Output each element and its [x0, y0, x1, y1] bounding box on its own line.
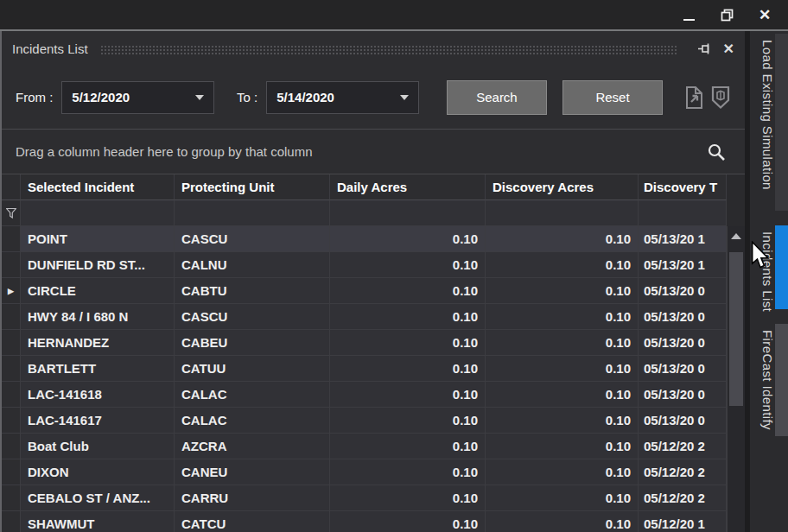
- cell-selected-incident: POINT: [21, 226, 175, 252]
- cell-protecting-unit: AZCRA: [175, 434, 330, 459]
- map-shield-icon[interactable]: [710, 86, 731, 110]
- search-button[interactable]: Search: [447, 80, 547, 115]
- cell-selected-incident: HWY 84 / I 680 N: [21, 304, 175, 330]
- cell-protecting-unit: CALAC: [175, 382, 330, 408]
- table-row[interactable]: BARTLETT CATUU 0.10 0.10 05/13/20 0: [2, 356, 727, 382]
- cell-discovery-time: 05/13/20 1: [639, 226, 727, 252]
- cell-discovery-time: 05/13/20 0: [639, 304, 727, 330]
- cell-discovery-acres: 0.10: [486, 408, 639, 434]
- scrollbar-up-button[interactable]: [728, 226, 745, 245]
- grid-header-row: Selected Incident Protecting Unit Daily …: [2, 174, 727, 200]
- row-indicator: [2, 434, 21, 459]
- cell-discovery-time: 05/12/20 2: [639, 459, 727, 485]
- table-row[interactable]: CEBALO ST / ANZ... CARRU 0.10 0.10 05/12…: [2, 485, 727, 511]
- cell-discovery-time: 05/13/20 0: [639, 278, 727, 304]
- cell-daily-acres: 0.10: [330, 408, 486, 434]
- group-by-bar[interactable]: Drag a column header here to group by th…: [2, 130, 745, 174]
- row-indicator: [2, 382, 21, 408]
- row-indicator: [2, 459, 21, 485]
- tab-incidents-list[interactable]: Incidents List: [750, 225, 788, 309]
- cell-daily-acres: 0.10: [330, 382, 486, 408]
- cell-daily-acres: 0.10: [330, 459, 486, 485]
- filter-cell[interactable]: [639, 200, 727, 226]
- cell-daily-acres: 0.10: [330, 485, 486, 511]
- minimize-button[interactable]: [674, 2, 703, 28]
- cell-discovery-acres: 0.10: [486, 434, 639, 459]
- cell-daily-acres: 0.10: [330, 226, 486, 252]
- row-indicator: [2, 356, 21, 382]
- table-row[interactable]: LAC-141618 CALAC 0.10 0.10 05/13/20 0: [2, 382, 727, 408]
- filter-cell[interactable]: [175, 200, 330, 226]
- row-indicator: [2, 252, 21, 278]
- cell-protecting-unit: CATCU: [175, 511, 330, 532]
- table-row[interactable]: HERNANDEZ CABEU 0.10 0.10 05/13/20 0: [2, 330, 727, 356]
- panel-header: Incidents List ✕: [2, 31, 745, 66]
- from-label: From :: [16, 90, 53, 104]
- search-icon[interactable]: [707, 142, 726, 162]
- tab-firecast-identify[interactable]: FireCast Identify: [750, 324, 788, 436]
- cell-discovery-acres: 0.10: [486, 485, 639, 511]
- cell-protecting-unit: CALNU: [175, 252, 330, 278]
- restore-icon: [721, 9, 734, 22]
- cell-selected-incident: Boat Club: [21, 434, 175, 459]
- cell-discovery-acres: 0.10: [486, 252, 639, 278]
- export-simulation-icon[interactable]: [683, 86, 704, 110]
- cell-daily-acres: 0.10: [330, 252, 486, 278]
- filter-cell[interactable]: [486, 200, 639, 226]
- cell-selected-incident: HERNANDEZ: [21, 330, 175, 356]
- filter-cell[interactable]: [21, 200, 175, 226]
- cell-discovery-acres: 0.10: [486, 278, 639, 304]
- reset-button[interactable]: Reset: [562, 80, 663, 115]
- minimize-icon: [683, 19, 695, 21]
- row-indicator: ▶: [2, 278, 21, 304]
- chevron-down-icon: [195, 95, 204, 100]
- to-date-combo[interactable]: 5/14/2020: [266, 81, 419, 114]
- table-row[interactable]: POINT CASCU 0.10 0.10 05/13/20 1: [2, 226, 727, 252]
- table-row[interactable]: HWY 84 / I 680 N CASCU 0.10 0.10 05/13/2…: [2, 304, 727, 330]
- row-indicator: [2, 408, 21, 434]
- cell-protecting-unit: CASCU: [175, 304, 330, 330]
- cell-selected-incident: DUNFIELD RD ST...: [21, 252, 175, 278]
- table-row[interactable]: LAC-141617 CALAC 0.10 0.10 05/13/20 0: [2, 408, 727, 434]
- cell-protecting-unit: CATUU: [175, 356, 330, 382]
- panel-close-icon[interactable]: ✕: [723, 41, 734, 57]
- table-row[interactable]: Boat Club AZCRA 0.10 0.10 05/12/20 2: [2, 434, 727, 459]
- cell-discovery-acres: 0.10: [486, 459, 639, 485]
- filter-cell[interactable]: [330, 200, 486, 226]
- grid-rows: POINT CASCU 0.10 0.10 05/13/20 1 DUNFIEL…: [2, 226, 727, 532]
- cell-protecting-unit: CABTU: [175, 278, 330, 304]
- table-row[interactable]: ▶ CIRCLE CABTU 0.10 0.10 05/13/20 0: [2, 278, 727, 304]
- restore-button[interactable]: [712, 2, 741, 28]
- tab-load-existing-simulation[interactable]: Load Existing Simulation: [750, 34, 788, 211]
- table-row[interactable]: DUNFIELD RD ST... CALNU 0.10 0.10 05/13/…: [2, 252, 727, 278]
- vertical-scrollbar[interactable]: [727, 226, 745, 532]
- row-indicator: [2, 511, 21, 532]
- table-row[interactable]: SHAWMUT CATCU 0.10 0.10 05/12/20 1: [2, 511, 727, 532]
- cell-discovery-acres: 0.10: [486, 356, 639, 382]
- table-row[interactable]: DIXON CANEU 0.10 0.10 05/12/20 2: [2, 459, 727, 485]
- cell-daily-acres: 0.10: [330, 330, 486, 356]
- column-header-discovery-time[interactable]: Discovery T: [639, 174, 727, 200]
- row-indicator: [2, 226, 21, 252]
- cell-protecting-unit: CALAC: [175, 408, 330, 434]
- close-button[interactable]: ✕: [750, 2, 779, 28]
- cell-discovery-acres: 0.10: [486, 330, 639, 356]
- row-indicator: [2, 330, 21, 356]
- cell-protecting-unit: CASCU: [175, 226, 330, 252]
- cell-daily-acres: 0.10: [330, 511, 486, 532]
- column-header-discovery-acres[interactable]: Discovery Acres: [486, 174, 639, 200]
- from-date-combo[interactable]: 5/12/2020: [61, 81, 214, 114]
- column-header-daily-acres[interactable]: Daily Acres: [330, 174, 486, 200]
- filter-row: [2, 200, 727, 226]
- window-body: Incidents List ✕ From : 5/12/2020: [0, 31, 788, 532]
- cell-protecting-unit: CABEU: [175, 330, 330, 356]
- cell-selected-incident: CIRCLE: [21, 278, 175, 304]
- column-header-selected-incident[interactable]: Selected Incident: [21, 174, 175, 200]
- row-indicator: [2, 485, 21, 511]
- column-header-protecting-unit[interactable]: Protecting Unit: [175, 174, 330, 200]
- scrollbar-thumb[interactable]: [729, 252, 743, 406]
- cell-daily-acres: 0.10: [330, 356, 486, 382]
- pin-icon[interactable]: [697, 42, 713, 55]
- cell-selected-incident: BARTLETT: [21, 356, 175, 382]
- header-indicator-cell: [2, 174, 21, 200]
